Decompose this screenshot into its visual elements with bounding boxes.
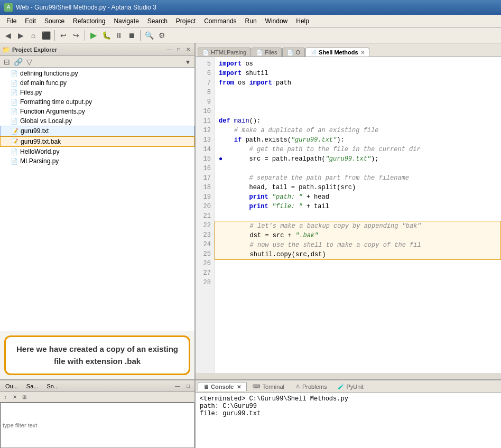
py-file-icon: 📄 bbox=[11, 80, 18, 87]
file-name: guru99.txt.bak bbox=[21, 138, 61, 145]
filter-btn[interactable]: ✕ bbox=[11, 393, 19, 402]
menu-file[interactable]: File bbox=[2, 16, 21, 26]
tab-console[interactable]: 🖥 Console ✕ bbox=[198, 382, 247, 391]
terminal-tab-label: Terminal bbox=[262, 384, 284, 390]
pyunit-tab-label: PyUnit bbox=[346, 384, 363, 390]
tab-shell-methods[interactable]: 📄 Shell Methods ✕ bbox=[305, 48, 369, 57]
tab-files[interactable]: 📄 Files bbox=[252, 48, 282, 57]
toolbar-btn-run[interactable]: ▶ bbox=[88, 30, 99, 41]
close-view-btn[interactable]: ✕ bbox=[184, 45, 192, 54]
toolbar-btn-settings[interactable]: ⚙ bbox=[156, 30, 168, 41]
console-line-terminated: <terminated> C:\Guru99\Shell Methods.py bbox=[200, 395, 497, 403]
filter-input[interactable] bbox=[0, 403, 194, 448]
expand-btn[interactable]: ⊞ bbox=[20, 393, 29, 402]
file-name: defining functions.py bbox=[20, 70, 78, 77]
toolbar-btn-debug[interactable]: 🐛 bbox=[100, 30, 112, 41]
toolbar-btn-stop2[interactable]: ⏹ bbox=[126, 30, 137, 41]
toolbar-btn-redo[interactable]: ↪ bbox=[70, 30, 82, 41]
collapse-all-btn[interactable]: ⊟ bbox=[2, 57, 12, 67]
code-content[interactable]: import os import shutil from os import p… bbox=[215, 57, 501, 373]
console-tabs: 🖥 Console ✕ ⌨ Terminal ⚠ Problems 🧪 PyUn… bbox=[196, 380, 501, 393]
editor-tabs: 📄 HTMLParsing 📄 Files 📄 O 📄 Shell Method… bbox=[196, 43, 501, 57]
project-explorer-title: 📁 Project Explorer bbox=[2, 46, 57, 53]
tab-label: Shell Methods bbox=[319, 49, 358, 55]
tree-item-global-local[interactable]: 📄 Global vs Local.py bbox=[0, 116, 194, 126]
tree-menu-btn[interactable]: ▾ bbox=[183, 57, 192, 67]
tree-item-guru99-txt[interactable]: 📝 guru99.txt bbox=[0, 126, 194, 136]
console-line-file: file: guru99.txt bbox=[200, 410, 497, 417]
menu-commands[interactable]: Commands bbox=[200, 16, 240, 26]
bak-file-icon: 📝 bbox=[11, 138, 18, 145]
tab-label: Files bbox=[265, 49, 277, 55]
maximize-bottom-btn[interactable]: □ bbox=[184, 382, 192, 390]
callout-text: Here we have created a copy of an existi… bbox=[16, 344, 178, 366]
menu-run[interactable]: Run bbox=[241, 16, 261, 26]
link-editor-btn[interactable]: 🔗 bbox=[13, 57, 23, 67]
code-editor[interactable]: 5 6 7 8 9 10 11 12 13 14 15 16 17 18 19 … bbox=[196, 57, 501, 373]
toolbar-btn-back[interactable]: ◀ bbox=[2, 30, 14, 41]
py-file-icon: 📄 bbox=[11, 70, 18, 77]
project-explorer-label: Project Explorer bbox=[12, 46, 57, 53]
toolbar-btn-home[interactable]: ⌂ bbox=[27, 30, 39, 41]
py-file-icon: 📄 bbox=[11, 148, 18, 155]
right-panel: 📄 HTMLParsing 📄 Files 📄 O 📄 Shell Method… bbox=[196, 43, 501, 448]
toolbar-sep-3 bbox=[140, 30, 141, 41]
minimize-view-btn[interactable]: — bbox=[165, 45, 173, 54]
console-tab-label: Console bbox=[211, 384, 234, 390]
tab-o[interactable]: 📄 O bbox=[282, 48, 305, 57]
menu-help[interactable]: Help bbox=[292, 16, 313, 26]
left-panel: 📁 Project Explorer — □ ✕ ⊟ 🔗 ▽ ▾ 📄 defin… bbox=[0, 43, 196, 448]
toolbar-btn-stop[interactable]: ⬛ bbox=[40, 30, 52, 41]
console-panel: 🖥 Console ✕ ⌨ Terminal ⚠ Problems 🧪 PyUn… bbox=[196, 379, 501, 448]
line-numbers: 5 6 7 8 9 10 11 12 13 14 15 16 17 18 19 … bbox=[196, 57, 215, 373]
tree-options-btn[interactable]: ▽ bbox=[24, 57, 34, 67]
tab-problems[interactable]: ⚠ Problems bbox=[290, 382, 332, 391]
toolbar-btn-undo[interactable]: ↩ bbox=[58, 30, 69, 41]
menu-navigate[interactable]: Navigate bbox=[109, 16, 143, 26]
menu-window[interactable]: Window bbox=[261, 16, 292, 26]
tab-outline[interactable]: Ou... bbox=[2, 382, 21, 390]
window-title: Web - Guru99/Shell Methods.py - Aptana S… bbox=[16, 4, 156, 11]
menu-refactoring[interactable]: Refactoring bbox=[69, 16, 109, 26]
tree-item-guru99-txt-bak[interactable]: 📝 guru99.txt.bak bbox=[0, 136, 194, 147]
tab-label: HTMLParsing bbox=[211, 49, 246, 55]
tree-item-formatting[interactable]: 📄 Formatting time output.py bbox=[0, 97, 194, 107]
py-file-icon: 📄 bbox=[11, 158, 18, 165]
menu-source[interactable]: Source bbox=[40, 16, 69, 26]
callout-annotation: Here we have created a copy of an existi… bbox=[4, 335, 190, 375]
menu-project[interactable]: Project bbox=[172, 16, 200, 26]
menu-edit[interactable]: Edit bbox=[21, 16, 40, 26]
py-file-icon: 📄 bbox=[11, 99, 18, 106]
tab-pyunit[interactable]: 🧪 PyUnit bbox=[332, 382, 368, 391]
maximize-view-btn[interactable]: □ bbox=[174, 45, 183, 54]
tree-item-def-main-func[interactable]: 📄 def main func.py bbox=[0, 78, 194, 88]
console-line-path: path: C:\Guru99 bbox=[200, 403, 497, 410]
toolbar-sep-1 bbox=[54, 30, 55, 41]
tree-item-mlparsing[interactable]: 📄 MLParsing.py bbox=[0, 156, 194, 166]
toolbar-btn-pause[interactable]: ⏸ bbox=[113, 30, 125, 41]
tree-item-files[interactable]: 📄 Files.py bbox=[0, 88, 194, 97]
tree-item-hello-world[interactable]: 📄 HelloWorld.py bbox=[0, 147, 194, 156]
tab-close-btn[interactable]: ✕ bbox=[360, 50, 365, 55]
menu-search[interactable]: Search bbox=[143, 16, 172, 26]
tab-sa[interactable]: Sa... bbox=[23, 382, 42, 390]
tab-htmlparsing[interactable]: 📄 HTMLParsing bbox=[198, 48, 251, 57]
toolbar-btn-forward[interactable]: ▶ bbox=[15, 30, 26, 41]
tree-item-function-args[interactable]: 📄 Function Arguments.py bbox=[0, 107, 194, 116]
toolbar-sep-2 bbox=[85, 30, 85, 41]
tree-item-defining-functions[interactable]: 📄 defining functions.py bbox=[0, 69, 194, 78]
file-name: def main func.py bbox=[20, 79, 67, 87]
tree-toolbar: ⊟ 🔗 ▽ ▾ bbox=[0, 56, 194, 68]
file-name: Files.py bbox=[20, 89, 42, 96]
py-file-icon: 📄 bbox=[11, 118, 18, 125]
minimize-bottom-btn[interactable]: — bbox=[173, 382, 182, 390]
horizontal-scrollbar[interactable] bbox=[196, 373, 501, 379]
sort-btn[interactable]: ↕ bbox=[1, 393, 10, 402]
menu-bar: File Edit Source Refactoring Navigate Se… bbox=[0, 15, 501, 27]
console-tab-close[interactable]: ✕ bbox=[237, 384, 241, 390]
toolbar-btn-search[interactable]: 🔍 bbox=[143, 30, 155, 41]
bottom-left-tabs: Ou... Sa... Sn... — □ bbox=[0, 380, 194, 392]
project-tree[interactable]: 📄 defining functions.py 📄 def main func.… bbox=[0, 68, 194, 331]
tab-terminal[interactable]: ⌨ Terminal bbox=[247, 382, 290, 391]
tab-sn[interactable]: Sn... bbox=[43, 382, 62, 390]
